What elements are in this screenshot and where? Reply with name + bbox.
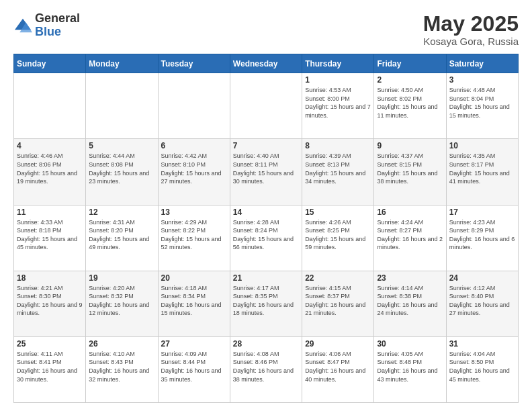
weekday-header-row: SundayMondayTuesdayWednesdayThursdayFrid… xyxy=(14,54,519,73)
day-number: 4 xyxy=(17,141,83,150)
weekday-header-tuesday: Tuesday xyxy=(158,54,230,73)
day-number: 29 xyxy=(305,339,371,349)
day-info: Sunrise: 4:20 AM Sunset: 8:32 PM Dayligh… xyxy=(89,284,154,318)
weekday-header-thursday: Thursday xyxy=(302,54,374,73)
day-number: 10 xyxy=(449,141,515,150)
week-row-4: 18Sunrise: 4:21 AM Sunset: 8:30 PM Dayli… xyxy=(14,271,519,336)
day-number: 26 xyxy=(89,339,154,349)
day-number: 12 xyxy=(89,208,154,217)
day-number: 13 xyxy=(161,208,227,217)
calendar-cell xyxy=(158,73,230,139)
calendar-cell: 26Sunrise: 4:10 AM Sunset: 8:43 PM Dayli… xyxy=(86,336,158,402)
logo-icon xyxy=(13,16,32,35)
day-number: 22 xyxy=(305,273,371,283)
day-number: 7 xyxy=(233,141,299,150)
calendar-cell: 22Sunrise: 4:15 AM Sunset: 8:37 PM Dayli… xyxy=(302,271,374,336)
day-number: 15 xyxy=(305,208,371,217)
day-number: 6 xyxy=(161,141,227,150)
day-number: 17 xyxy=(449,208,515,217)
calendar-cell: 3Sunrise: 4:48 AM Sunset: 8:04 PM Daylig… xyxy=(446,73,518,139)
logo-blue: Blue xyxy=(35,26,80,39)
page: General Blue May 2025 Kosaya Gora, Russi… xyxy=(0,0,532,411)
calendar-cell: 5Sunrise: 4:44 AM Sunset: 8:08 PM Daylig… xyxy=(86,139,158,205)
day-number: 2 xyxy=(377,75,443,85)
day-number: 8 xyxy=(305,141,371,150)
day-info: Sunrise: 4:53 AM Sunset: 8:00 PM Dayligh… xyxy=(305,86,371,120)
calendar-cell: 15Sunrise: 4:26 AM Sunset: 8:25 PM Dayli… xyxy=(302,205,374,271)
day-info: Sunrise: 4:21 AM Sunset: 8:30 PM Dayligh… xyxy=(17,284,83,318)
day-number: 28 xyxy=(233,339,299,349)
day-info: Sunrise: 4:28 AM Sunset: 8:24 PM Dayligh… xyxy=(233,218,299,252)
calendar-cell: 30Sunrise: 4:05 AM Sunset: 8:48 PM Dayli… xyxy=(374,336,446,402)
subtitle: Kosaya Gora, Russia xyxy=(423,36,519,47)
title-block: May 2025 Kosaya Gora, Russia xyxy=(423,12,519,47)
day-info: Sunrise: 4:18 AM Sunset: 8:34 PM Dayligh… xyxy=(161,284,227,318)
day-info: Sunrise: 4:04 AM Sunset: 8:50 PM Dayligh… xyxy=(449,350,515,383)
day-number: 23 xyxy=(377,273,443,283)
calendar-cell: 24Sunrise: 4:12 AM Sunset: 8:40 PM Dayli… xyxy=(446,271,518,336)
day-info: Sunrise: 4:11 AM Sunset: 8:41 PM Dayligh… xyxy=(17,350,83,383)
week-row-3: 11Sunrise: 4:33 AM Sunset: 8:18 PM Dayli… xyxy=(14,205,519,271)
day-number: 14 xyxy=(233,208,299,217)
week-row-5: 25Sunrise: 4:11 AM Sunset: 8:41 PM Dayli… xyxy=(14,336,519,402)
day-number: 18 xyxy=(17,273,83,283)
day-info: Sunrise: 4:26 AM Sunset: 8:25 PM Dayligh… xyxy=(305,218,371,252)
calendar-cell: 17Sunrise: 4:23 AM Sunset: 8:29 PM Dayli… xyxy=(446,205,518,271)
calendar-cell: 23Sunrise: 4:14 AM Sunset: 8:38 PM Dayli… xyxy=(374,271,446,336)
calendar-cell: 9Sunrise: 4:37 AM Sunset: 8:15 PM Daylig… xyxy=(374,139,446,205)
day-number: 11 xyxy=(17,208,83,217)
weekday-header-wednesday: Wednesday xyxy=(230,54,302,73)
day-info: Sunrise: 4:09 AM Sunset: 8:44 PM Dayligh… xyxy=(161,350,227,383)
day-number: 1 xyxy=(305,75,371,85)
calendar-cell: 13Sunrise: 4:29 AM Sunset: 8:22 PM Dayli… xyxy=(158,205,230,271)
day-info: Sunrise: 4:10 AM Sunset: 8:43 PM Dayligh… xyxy=(89,350,154,383)
weekday-header-friday: Friday xyxy=(374,54,446,73)
day-info: Sunrise: 4:44 AM Sunset: 8:08 PM Dayligh… xyxy=(89,152,154,185)
calendar-cell: 6Sunrise: 4:42 AM Sunset: 8:10 PM Daylig… xyxy=(158,139,230,205)
logo-text: General Blue xyxy=(35,12,80,39)
day-info: Sunrise: 4:15 AM Sunset: 8:37 PM Dayligh… xyxy=(305,284,371,318)
calendar-cell: 7Sunrise: 4:40 AM Sunset: 8:11 PM Daylig… xyxy=(230,139,302,205)
calendar-table: SundayMondayTuesdayWednesdayThursdayFrid… xyxy=(13,54,519,403)
day-info: Sunrise: 4:06 AM Sunset: 8:47 PM Dayligh… xyxy=(305,350,371,383)
day-number: 19 xyxy=(89,273,154,283)
day-number: 30 xyxy=(377,339,443,349)
day-number: 31 xyxy=(449,339,515,349)
day-info: Sunrise: 4:12 AM Sunset: 8:40 PM Dayligh… xyxy=(449,284,515,318)
logo: General Blue xyxy=(13,12,80,39)
calendar-cell: 16Sunrise: 4:24 AM Sunset: 8:27 PM Dayli… xyxy=(374,205,446,271)
day-info: Sunrise: 4:24 AM Sunset: 8:27 PM Dayligh… xyxy=(377,218,443,252)
day-info: Sunrise: 4:39 AM Sunset: 8:13 PM Dayligh… xyxy=(305,152,371,185)
day-info: Sunrise: 4:29 AM Sunset: 8:22 PM Dayligh… xyxy=(161,218,227,252)
logo-general: General xyxy=(35,12,80,26)
day-info: Sunrise: 4:46 AM Sunset: 8:06 PM Dayligh… xyxy=(17,152,83,185)
calendar-cell: 21Sunrise: 4:17 AM Sunset: 8:35 PM Dayli… xyxy=(230,271,302,336)
day-info: Sunrise: 4:08 AM Sunset: 8:46 PM Dayligh… xyxy=(233,350,299,383)
day-number: 25 xyxy=(17,339,83,349)
day-info: Sunrise: 4:17 AM Sunset: 8:35 PM Dayligh… xyxy=(233,284,299,318)
calendar-cell: 10Sunrise: 4:35 AM Sunset: 8:17 PM Dayli… xyxy=(446,139,518,205)
day-info: Sunrise: 4:14 AM Sunset: 8:38 PM Dayligh… xyxy=(377,284,443,318)
header: General Blue May 2025 Kosaya Gora, Russi… xyxy=(13,12,519,47)
calendar-cell: 19Sunrise: 4:20 AM Sunset: 8:32 PM Dayli… xyxy=(86,271,158,336)
calendar-cell xyxy=(14,73,86,139)
day-info: Sunrise: 4:42 AM Sunset: 8:10 PM Dayligh… xyxy=(161,152,227,185)
day-number: 9 xyxy=(377,141,443,150)
day-number: 3 xyxy=(449,75,515,85)
calendar-cell: 28Sunrise: 4:08 AM Sunset: 8:46 PM Dayli… xyxy=(230,336,302,402)
day-info: Sunrise: 4:31 AM Sunset: 8:20 PM Dayligh… xyxy=(89,218,154,252)
calendar-cell: 25Sunrise: 4:11 AM Sunset: 8:41 PM Dayli… xyxy=(14,336,86,402)
week-row-1: 1Sunrise: 4:53 AM Sunset: 8:00 PM Daylig… xyxy=(14,73,519,139)
calendar-cell: 31Sunrise: 4:04 AM Sunset: 8:50 PM Dayli… xyxy=(446,336,518,402)
day-number: 21 xyxy=(233,273,299,283)
calendar-cell: 18Sunrise: 4:21 AM Sunset: 8:30 PM Dayli… xyxy=(14,271,86,336)
calendar-cell: 14Sunrise: 4:28 AM Sunset: 8:24 PM Dayli… xyxy=(230,205,302,271)
day-info: Sunrise: 4:35 AM Sunset: 8:17 PM Dayligh… xyxy=(449,152,515,185)
calendar-cell xyxy=(230,73,302,139)
calendar-cell: 27Sunrise: 4:09 AM Sunset: 8:44 PM Dayli… xyxy=(158,336,230,402)
calendar-cell: 20Sunrise: 4:18 AM Sunset: 8:34 PM Dayli… xyxy=(158,271,230,336)
calendar-cell: 12Sunrise: 4:31 AM Sunset: 8:20 PM Dayli… xyxy=(86,205,158,271)
calendar-cell: 4Sunrise: 4:46 AM Sunset: 8:06 PM Daylig… xyxy=(14,139,86,205)
calendar-cell: 11Sunrise: 4:33 AM Sunset: 8:18 PM Dayli… xyxy=(14,205,86,271)
day-info: Sunrise: 4:05 AM Sunset: 8:48 PM Dayligh… xyxy=(377,350,443,383)
